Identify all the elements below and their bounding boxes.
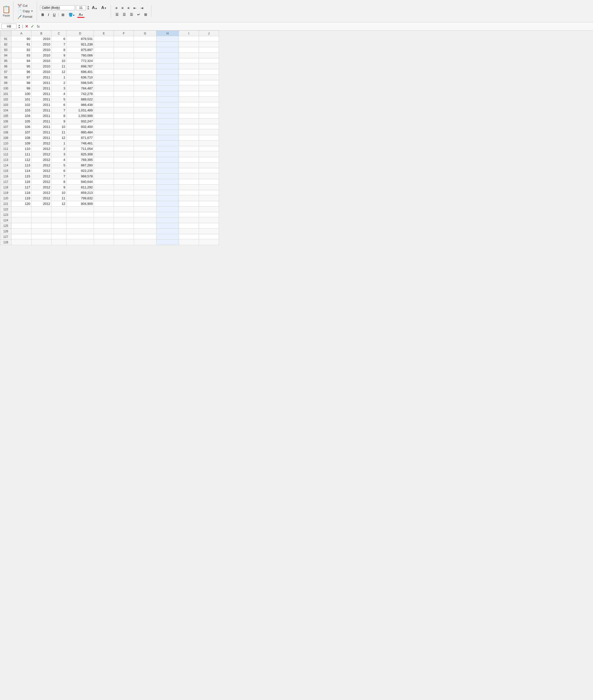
cell-j-113[interactable] <box>199 157 219 163</box>
cell-f-96[interactable] <box>114 64 134 69</box>
cell-e-110[interactable] <box>94 141 114 146</box>
cell-g-111[interactable] <box>134 146 156 152</box>
cell-j-108[interactable] <box>199 130 219 135</box>
cell-c-119[interactable]: 10 <box>51 190 67 196</box>
cell-e-111[interactable] <box>94 146 114 152</box>
cell-d-118[interactable]: 811,292 <box>67 184 94 190</box>
cell-b-98[interactable]: 2011 <box>32 75 51 80</box>
cell-a-111[interactable]: 110 <box>11 146 32 152</box>
cell-c-107[interactable]: 10 <box>51 124 67 130</box>
paste-label[interactable]: Paste <box>3 14 10 17</box>
cell-b-126[interactable] <box>32 229 51 234</box>
cell-c-116[interactable]: 7 <box>51 174 67 179</box>
cell-c-113[interactable]: 4 <box>51 157 67 163</box>
table-row[interactable]: 999820112598,545 <box>0 80 219 86</box>
cell-d-113[interactable]: 769,395 <box>67 157 94 163</box>
cell-b-121[interactable]: 2012 <box>32 201 51 207</box>
cell-b-104[interactable]: 2011 <box>32 108 51 113</box>
cell-g-110[interactable] <box>134 141 156 146</box>
cell-f-118[interactable] <box>114 184 134 190</box>
cell-i-114[interactable] <box>179 163 199 168</box>
cell-g-118[interactable] <box>134 184 156 190</box>
cell-f-114[interactable] <box>114 163 134 168</box>
col-header-i[interactable]: I <box>179 31 199 36</box>
cell-c-115[interactable]: 6 <box>51 168 67 174</box>
cell-d-117[interactable]: 940,644 <box>67 179 94 184</box>
cell-g-127[interactable] <box>134 234 156 240</box>
wrap-text-button[interactable]: ↵ <box>136 12 142 17</box>
cell-d-121[interactable]: 804,909 <box>67 201 94 207</box>
cell-d-112[interactable]: 825,308 <box>67 152 94 157</box>
cell-j-124[interactable] <box>199 217 219 223</box>
cell-d-104[interactable]: 1,031,489 <box>67 108 94 113</box>
table-row[interactable]: 124 <box>0 217 219 223</box>
cell-c-101[interactable]: 4 <box>51 91 67 97</box>
cell-g-112[interactable] <box>134 152 156 157</box>
cell-a-107[interactable]: 106 <box>11 124 32 130</box>
cell-j-115[interactable] <box>199 168 219 174</box>
cell-f-98[interactable] <box>114 75 134 80</box>
cell-j-91[interactable] <box>199 36 219 42</box>
cell-g-98[interactable] <box>134 75 156 80</box>
cell-j-121[interactable] <box>199 201 219 207</box>
cell-i-97[interactable] <box>179 69 199 75</box>
cell-h-123[interactable] <box>156 212 179 217</box>
cell-j-94[interactable] <box>199 53 219 58</box>
cell-f-116[interactable] <box>114 174 134 179</box>
cell-e-101[interactable] <box>94 91 114 97</box>
cell-i-128[interactable] <box>179 240 199 245</box>
cell-g-120[interactable] <box>134 196 156 201</box>
cell-j-123[interactable] <box>199 212 219 217</box>
cell-f-104[interactable] <box>114 108 134 113</box>
cell-h-108[interactable] <box>156 130 179 135</box>
cell-j-116[interactable] <box>199 174 219 179</box>
cell-h-118[interactable] <box>156 184 179 190</box>
cell-g-105[interactable] <box>134 113 156 119</box>
table-row[interactable]: 125 <box>0 223 219 229</box>
cell-b-108[interactable]: 2011 <box>32 130 51 135</box>
cell-e-115[interactable] <box>94 168 114 174</box>
cell-c-122[interactable] <box>51 207 67 212</box>
col-header-a[interactable]: A <box>11 31 32 36</box>
cell-h-126[interactable] <box>156 229 179 234</box>
cell-h-115[interactable] <box>156 168 179 174</box>
cell-i-92[interactable] <box>179 42 199 47</box>
cell-f-100[interactable] <box>114 86 134 91</box>
table-row[interactable]: 11311220124769,395 <box>0 157 219 163</box>
cell-h-117[interactable] <box>156 179 179 184</box>
cell-g-121[interactable] <box>134 201 156 207</box>
table-row[interactable]: 11411320125867,260 <box>0 163 219 168</box>
cell-d-95[interactable]: 772,324 <box>67 58 94 64</box>
cell-g-116[interactable] <box>134 174 156 179</box>
cell-b-93[interactable]: 2010 <box>32 47 51 53</box>
cell-j-119[interactable] <box>199 190 219 196</box>
cell-f-103[interactable] <box>114 102 134 108</box>
cell-b-106[interactable]: 2011 <box>32 119 51 124</box>
cell-h-104[interactable] <box>156 108 179 113</box>
cell-j-114[interactable] <box>199 163 219 168</box>
cell-e-118[interactable] <box>94 184 114 190</box>
cell-h-112[interactable] <box>156 152 179 157</box>
cell-d-119[interactable]: 859,213 <box>67 190 94 196</box>
align-center-button[interactable]: ☰ <box>121 12 127 17</box>
cell-g-99[interactable] <box>134 80 156 86</box>
cell-c-112[interactable]: 3 <box>51 152 67 157</box>
align-lines-1-button[interactable]: ≡ <box>114 5 119 11</box>
cell-a-120[interactable]: 119 <box>11 196 32 201</box>
cell-d-127[interactable] <box>67 234 94 240</box>
indent-decrease-button[interactable]: ⇤ <box>132 5 138 11</box>
cell-i-101[interactable] <box>179 91 199 97</box>
cell-d-124[interactable] <box>67 217 94 223</box>
cell-c-100[interactable]: 3 <box>51 86 67 91</box>
cell-b-125[interactable] <box>32 223 51 229</box>
cell-g-117[interactable] <box>134 179 156 184</box>
cell-c-126[interactable] <box>51 229 67 234</box>
cell-c-128[interactable] <box>51 240 67 245</box>
cell-h-111[interactable] <box>156 146 179 152</box>
cell-g-125[interactable] <box>134 223 156 229</box>
cell-i-127[interactable] <box>179 234 199 240</box>
cell-f-127[interactable] <box>114 234 134 240</box>
cell-b-95[interactable]: 2010 <box>32 58 51 64</box>
cell-h-113[interactable] <box>156 157 179 163</box>
col-header-f[interactable]: F <box>114 31 134 36</box>
